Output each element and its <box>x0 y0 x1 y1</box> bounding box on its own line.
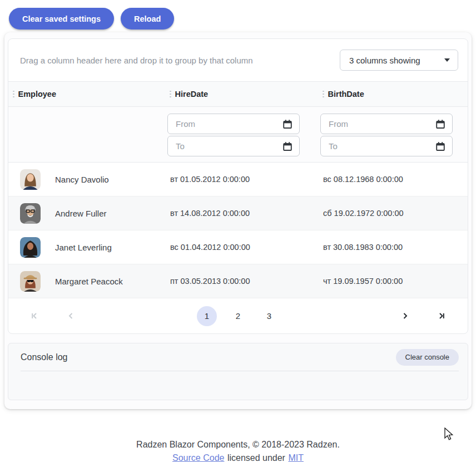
next-page-button[interactable] <box>399 309 411 322</box>
page-button-2[interactable]: 2 <box>228 306 248 326</box>
page-button-3[interactable]: 3 <box>259 306 279 326</box>
employees-datagrid: Drag a column header here and drop it to… <box>8 38 468 334</box>
clear-console-button[interactable]: Clear console <box>396 349 459 366</box>
columns-picker-dropdown[interactable]: 3 columns showing <box>340 50 458 71</box>
copyright-text: Radzen Blazor Components, © 2018-2023 Ra… <box>0 438 476 451</box>
avatar <box>20 169 41 190</box>
page-buttons: 1 2 3 <box>197 306 279 326</box>
mit-license-link[interactable]: MIT <box>288 453 304 462</box>
source-code-link[interactable]: Source Code <box>172 453 224 462</box>
console-output <box>8 371 468 400</box>
table-row[interactable]: Andrew Fuller вт 14.08.2012 0:00:00 сб 1… <box>8 196 468 230</box>
drag-handle-icon[interactable] <box>322 89 325 100</box>
birthdate-filter-from <box>320 114 453 134</box>
table-row[interactable]: Margaret Peacock пт 03.05.2013 0:00:00 ч… <box>8 264 468 298</box>
group-panel-hint: Drag a column header here and drop it to… <box>20 56 253 65</box>
table-row[interactable]: Nancy Davolio вт 01.05.2012 0:00:00 вс 0… <box>8 163 468 196</box>
toolbar: Clear saved settings Reload <box>0 0 476 30</box>
hiredate-filter-from <box>167 114 300 134</box>
employee-name: Margaret Peacock <box>55 277 123 286</box>
drag-handle-icon[interactable] <box>169 89 172 100</box>
grid-filter-row <box>8 107 468 163</box>
avatar <box>20 271 41 292</box>
hire-date-cell: вт 14.08.2012 0:00:00 <box>165 209 318 218</box>
reload-button[interactable]: Reload <box>121 8 174 30</box>
column-header-label: Employee <box>18 90 57 99</box>
license-text: licensed under <box>227 453 285 462</box>
console-log-panel: Console log Clear console <box>8 343 468 400</box>
avatar <box>20 237 41 258</box>
column-header-label: BirthDate <box>328 90 364 99</box>
hire-date-cell: пт 03.05.2013 0:00:00 <box>165 277 318 286</box>
hiredate-to-input[interactable] <box>168 141 282 151</box>
grid-pager: 1 2 3 <box>8 298 468 333</box>
birth-date-cell: чт 19.09.1957 0:00:00 <box>318 277 468 286</box>
drag-handle-icon[interactable] <box>12 89 15 100</box>
birth-date-cell: вт 30.08.1983 0:00:00 <box>318 243 468 252</box>
hire-date-cell: вс 01.04.2012 0:00:00 <box>165 243 318 252</box>
first-page-button[interactable] <box>28 309 41 322</box>
column-header-birthdate[interactable]: BirthDate <box>318 82 468 106</box>
demo-panel: Drag a column header here and drop it to… <box>4 32 472 409</box>
page-footer: Radzen Blazor Components, © 2018-2023 Ra… <box>0 438 476 462</box>
column-header-label: HireDate <box>175 90 209 99</box>
birthdate-to-input[interactable] <box>321 141 435 151</box>
prev-page-button[interactable] <box>65 309 77 322</box>
group-panel: Drag a column header here and drop it to… <box>8 39 468 81</box>
page-button-1[interactable]: 1 <box>197 306 217 326</box>
birth-date-cell: сб 19.02.1972 0:00:00 <box>318 209 468 218</box>
columns-picker-value: 3 columns showing <box>349 56 420 65</box>
column-header-employee[interactable]: Employee <box>8 82 165 106</box>
employee-name: Janet Leverling <box>55 243 112 252</box>
clear-saved-settings-button[interactable]: Clear saved settings <box>9 8 114 30</box>
calendar-icon[interactable] <box>282 141 292 151</box>
birthdate-filter-to <box>320 136 453 156</box>
employee-name: Andrew Fuller <box>55 209 107 218</box>
hiredate-from-input[interactable] <box>168 119 282 129</box>
employee-name: Nancy Davolio <box>55 175 109 184</box>
column-header-hiredate[interactable]: HireDate <box>165 82 318 106</box>
avatar <box>20 203 41 224</box>
chevron-down-icon <box>444 58 450 62</box>
calendar-icon[interactable] <box>435 141 445 151</box>
table-row[interactable]: Janet Leverling вс 01.04.2012 0:00:00 вт… <box>8 230 468 264</box>
birth-date-cell: вс 08.12.1968 0:00:00 <box>318 175 468 184</box>
last-page-button[interactable] <box>435 309 448 322</box>
birthdate-from-input[interactable] <box>321 119 435 129</box>
console-log-title: Console log <box>21 352 68 362</box>
calendar-icon[interactable] <box>435 119 445 129</box>
calendar-icon[interactable] <box>282 119 292 129</box>
grid-header-row: Employee HireDate BirthDate <box>8 81 468 107</box>
hire-date-cell: вт 01.05.2012 0:00:00 <box>165 175 318 184</box>
hiredate-filter-to <box>167 136 300 156</box>
